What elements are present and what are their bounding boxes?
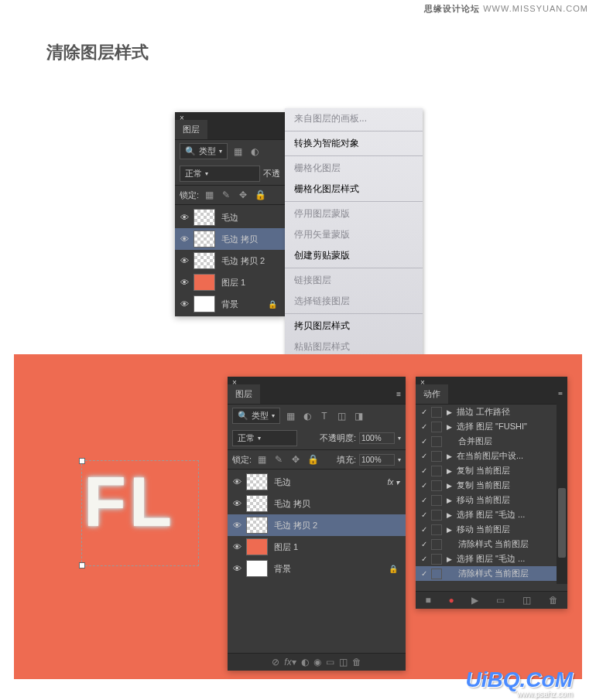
expand-triangle-icon[interactable]: ▶ bbox=[447, 497, 452, 504]
blend-mode-dropdown[interactable]: 正常▾ bbox=[180, 166, 260, 182]
layer-thumbnail[interactable] bbox=[194, 230, 215, 248]
folder-icon[interactable]: ▭ bbox=[496, 595, 505, 606]
scroll-thumb[interactable] bbox=[558, 488, 566, 558]
layer-row[interactable]: 👁 图层 1 bbox=[228, 536, 406, 558]
action-row[interactable]: ✓ ▶ 选择 图层 "FUSHI" bbox=[416, 419, 567, 434]
action-row[interactable]: ✓ ▶ 选择 图层 "毛边 ... bbox=[416, 507, 567, 522]
action-row[interactable]: ✓ ▶ 选择 图层 "毛边 ... bbox=[416, 551, 567, 566]
layer-thumbnail[interactable] bbox=[246, 473, 268, 490]
filter-image-icon[interactable]: ▦ bbox=[231, 145, 245, 158]
filter-image-icon[interactable]: ▦ bbox=[283, 410, 297, 422]
panel-menu-icon[interactable]: ≡ bbox=[392, 388, 406, 401]
visibility-eye-icon[interactable]: 👁 bbox=[178, 256, 190, 265]
dialog-toggle[interactable] bbox=[431, 539, 442, 550]
selection-handle[interactable] bbox=[79, 458, 85, 464]
menu-item[interactable]: 转换为智能对象 bbox=[285, 133, 423, 154]
dialog-toggle[interactable] bbox=[431, 554, 442, 565]
lock-paint-icon[interactable]: ✎ bbox=[272, 453, 286, 466]
dialog-toggle[interactable] bbox=[431, 436, 442, 447]
layer-row[interactable]: 👁 毛边 拷贝 2 bbox=[228, 514, 406, 536]
layer-row[interactable]: 👁 毛边 拷贝 2 bbox=[175, 250, 285, 271]
visibility-eye-icon[interactable]: 👁 bbox=[178, 234, 190, 244]
dialog-toggle[interactable] bbox=[431, 422, 442, 432]
check-icon[interactable]: ✓ bbox=[419, 481, 430, 490]
lock-all-icon[interactable]: 🔒 bbox=[306, 453, 320, 466]
action-row[interactable]: ✓ 合并图层 bbox=[416, 434, 567, 449]
link-icon[interactable]: ⊘ bbox=[272, 657, 279, 668]
dialog-toggle[interactable] bbox=[431, 480, 442, 491]
visibility-eye-icon[interactable]: 👁 bbox=[231, 564, 243, 573]
menu-item[interactable]: 创建剪贴蒙版 bbox=[285, 245, 423, 266]
layer-row[interactable]: 👁 背景 🔒 bbox=[175, 293, 285, 315]
filter-text-icon[interactable]: T bbox=[317, 410, 331, 422]
filter-dropdown[interactable]: 🔍类型▾ bbox=[232, 408, 280, 424]
layer-thumbnail[interactable] bbox=[194, 252, 215, 269]
layer-row[interactable]: 👁 毛边 拷贝 bbox=[228, 493, 406, 514]
visibility-eye-icon[interactable]: 👁 bbox=[231, 499, 243, 508]
menu-item[interactable]: 拷贝图层样式 bbox=[285, 316, 423, 336]
new-action-icon[interactable]: ◫ bbox=[522, 595, 531, 606]
layer-thumbnail[interactable] bbox=[194, 295, 215, 312]
scrollbar[interactable] bbox=[557, 395, 567, 584]
action-row[interactable]: ✓ ▶ 移动 当前图层 bbox=[416, 522, 567, 537]
filter-adjust-icon[interactable]: ◐ bbox=[248, 145, 262, 158]
layer-thumbnail[interactable] bbox=[246, 538, 268, 555]
dialog-toggle[interactable] bbox=[431, 510, 442, 521]
fx-indicator[interactable]: fx ▾ bbox=[387, 478, 402, 487]
lock-transparency-icon[interactable]: ▦ bbox=[255, 453, 269, 466]
dialog-toggle[interactable] bbox=[431, 524, 442, 535]
layer-thumbnail[interactable] bbox=[194, 209, 215, 226]
adjustment-icon[interactable]: ◉ bbox=[313, 657, 321, 668]
expand-triangle-icon[interactable]: ▶ bbox=[447, 408, 452, 416]
chevron-down-icon[interactable]: ▾ bbox=[398, 435, 401, 442]
check-icon[interactable]: ✓ bbox=[419, 569, 430, 578]
action-row[interactable]: ✓ 清除样式 当前图层 bbox=[416, 566, 567, 581]
visibility-eye-icon[interactable]: 👁 bbox=[178, 299, 190, 309]
visibility-eye-icon[interactable]: 👁 bbox=[231, 477, 243, 487]
fill-input[interactable] bbox=[359, 454, 395, 466]
check-icon[interactable]: ✓ bbox=[419, 466, 430, 475]
visibility-eye-icon[interactable]: 👁 bbox=[178, 278, 190, 287]
check-icon[interactable]: ✓ bbox=[419, 510, 430, 519]
layer-thumbnail[interactable] bbox=[246, 560, 268, 577]
lock-all-icon[interactable]: 🔒 bbox=[253, 189, 267, 201]
visibility-eye-icon[interactable]: 👁 bbox=[231, 542, 243, 551]
layer-thumbnail[interactable] bbox=[246, 495, 268, 512]
filter-adjust-icon[interactable]: ◐ bbox=[300, 410, 314, 422]
expand-triangle-icon[interactable]: ▶ bbox=[447, 423, 452, 431]
action-row[interactable]: ✓ ▶ 在当前图层中设... bbox=[416, 449, 567, 463]
dialog-toggle[interactable] bbox=[431, 569, 442, 579]
mask-icon[interactable]: ◐ bbox=[301, 657, 309, 668]
filter-shape-icon[interactable]: ◫ bbox=[334, 410, 348, 422]
layer-row[interactable]: 👁 图层 1 bbox=[175, 271, 285, 293]
action-row[interactable]: ✓ ▶ 复制 当前图层 bbox=[416, 478, 567, 493]
filter-smart-icon[interactable]: ◨ bbox=[351, 410, 365, 422]
layer-row[interactable]: 👁 毛边 fx ▾ bbox=[228, 471, 406, 493]
fx-icon[interactable]: fx▾ bbox=[284, 657, 296, 668]
lock-transparency-icon[interactable]: ▦ bbox=[202, 189, 216, 201]
visibility-eye-icon[interactable]: 👁 bbox=[231, 521, 243, 530]
selection-box[interactable] bbox=[81, 460, 199, 566]
lock-position-icon[interactable]: ✥ bbox=[289, 453, 303, 466]
check-icon[interactable]: ✓ bbox=[419, 555, 430, 563]
dialog-toggle[interactable] bbox=[431, 407, 442, 418]
check-icon[interactable]: ✓ bbox=[419, 437, 430, 446]
play-icon[interactable]: ▶ bbox=[471, 595, 478, 606]
lock-position-icon[interactable]: ✥ bbox=[236, 189, 250, 201]
action-row[interactable]: ✓ ▶ 描边 工作路径 bbox=[416, 405, 567, 419]
expand-triangle-icon[interactable]: ▶ bbox=[447, 482, 452, 490]
dialog-toggle[interactable] bbox=[431, 495, 442, 506]
dialog-toggle[interactable] bbox=[431, 466, 442, 476]
layer-row[interactable]: 👁 毛边 bbox=[175, 207, 285, 228]
tab-layers[interactable]: 图层 bbox=[228, 384, 260, 404]
check-icon[interactable]: ✓ bbox=[419, 422, 430, 431]
record-icon[interactable]: ● bbox=[448, 595, 454, 606]
check-icon[interactable]: ✓ bbox=[419, 408, 430, 416]
layer-row[interactable]: 👁 背景 🔒 bbox=[228, 558, 406, 579]
blend-mode-dropdown[interactable]: 正常▾ bbox=[232, 430, 297, 446]
expand-triangle-icon[interactable]: ▶ bbox=[447, 452, 452, 460]
action-row[interactable]: ✓ 清除样式 当前图层 bbox=[416, 537, 567, 551]
layer-thumbnail[interactable] bbox=[246, 517, 268, 534]
tab-actions[interactable]: 动作 bbox=[416, 384, 448, 404]
lock-paint-icon[interactable]: ✎ bbox=[219, 189, 233, 201]
